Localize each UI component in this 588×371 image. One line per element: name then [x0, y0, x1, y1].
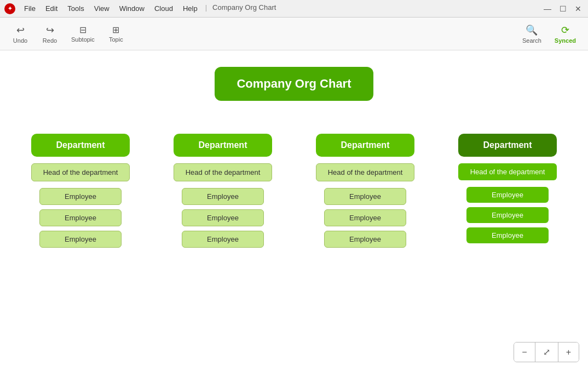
minimize-button[interactable]: — — [542, 3, 553, 14]
menu-tools[interactable]: Tools — [63, 3, 88, 14]
menu-view[interactable]: View — [90, 3, 114, 14]
search-icon: 🔍 — [526, 24, 538, 36]
root-node[interactable]: Company Org Chart — [215, 67, 373, 101]
zoom-controls: − ⤢ + — [514, 342, 579, 362]
topic-button[interactable]: ⊞ Topic — [102, 22, 130, 45]
menu-bar: File Edit Tools View Window Cloud Help |… — [20, 3, 542, 14]
search-button[interactable]: 🔍 Search — [517, 22, 547, 46]
employee-node-1-2[interactable]: Employee — [39, 209, 122, 226]
window-controls: — ☐ ✕ — [542, 3, 584, 14]
department-row: Department Head of the department Employ… — [26, 134, 562, 248]
app-logo: ✦ — [4, 3, 15, 14]
subtopic-icon: ⊟ — [79, 25, 87, 35]
menu-edit[interactable]: Edit — [41, 3, 62, 14]
department-node-2[interactable]: Department — [174, 134, 272, 157]
toolbar-right: 🔍 Search ⟳ Synced — [517, 22, 581, 46]
redo-icon: ↪ — [46, 24, 54, 36]
employee-node-4-1[interactable]: Employee — [466, 187, 549, 203]
topic-label: Topic — [109, 36, 123, 43]
employee-list-3: Employee Employee Employee — [324, 188, 406, 248]
zoom-out-button[interactable]: − — [514, 343, 535, 362]
undo-icon: ↩ — [16, 24, 25, 36]
redo-label: Redo — [43, 37, 57, 44]
subtopic-label: Subtopic — [71, 36, 95, 43]
department-column-4: Department Head of the department Employ… — [453, 134, 562, 248]
department-node-1[interactable]: Department — [31, 134, 130, 157]
department-column-1: Department Head of the department Employ… — [26, 134, 135, 248]
head-node-1[interactable]: Head of the department — [31, 163, 130, 181]
department-node-4[interactable]: Department — [458, 134, 557, 157]
close-button[interactable]: ✕ — [573, 3, 584, 14]
main-canvas: Company Org Chart Department Head of the… — [0, 50, 588, 371]
employee-node-2-2[interactable]: Employee — [182, 209, 264, 226]
employee-list-4: Employee Employee Employee — [466, 187, 549, 243]
head-node-4[interactable]: Head of the department — [458, 163, 557, 180]
employee-list-2: Employee Employee Employee — [182, 188, 264, 248]
undo-button[interactable]: ↩ Undo — [7, 22, 34, 46]
search-label: Search — [522, 37, 541, 44]
employee-node-4-2[interactable]: Employee — [466, 207, 549, 223]
zoom-fit-button[interactable]: ⤢ — [535, 343, 558, 362]
menu-separator: | — [205, 3, 207, 14]
employee-node-2-3[interactable]: Employee — [182, 231, 264, 248]
redo-button[interactable]: ↪ Redo — [36, 22, 64, 46]
menu-file[interactable]: File — [20, 3, 40, 14]
document-title: Company Org Chart — [212, 3, 276, 14]
employee-node-1-3[interactable]: Employee — [39, 231, 122, 248]
zoom-in-button[interactable]: + — [558, 343, 579, 362]
synced-button[interactable]: ⟳ Synced — [549, 22, 581, 46]
toolbar: ↩ Undo ↪ Redo ⊟ Subtopic ⊞ Topic 🔍 Searc… — [0, 18, 588, 50]
topic-icon: ⊞ — [112, 25, 119, 35]
employee-node-3-2[interactable]: Employee — [324, 209, 406, 226]
employee-node-2-1[interactable]: Employee — [182, 188, 264, 205]
synced-icon: ⟳ — [561, 24, 569, 36]
employee-node-3-3[interactable]: Employee — [324, 231, 406, 248]
department-column-2: Department Head of the department Employ… — [168, 134, 278, 248]
synced-label: Synced — [555, 37, 576, 44]
employee-node-3-1[interactable]: Employee — [324, 188, 406, 205]
title-bar: ✦ File Edit Tools View Window Cloud Help… — [0, 0, 588, 18]
menu-help[interactable]: Help — [178, 3, 202, 14]
menu-window[interactable]: Window — [115, 3, 149, 14]
maximize-button[interactable]: ☐ — [557, 3, 568, 14]
employee-node-1-1[interactable]: Employee — [39, 188, 122, 205]
undo-label: Undo — [13, 37, 27, 44]
subtopic-button[interactable]: ⊟ Subtopic — [66, 22, 100, 45]
employee-list-1: Employee Employee Employee — [39, 188, 122, 248]
menu-cloud[interactable]: Cloud — [150, 3, 177, 14]
head-node-2[interactable]: Head of the department — [174, 163, 272, 181]
department-column-3: Department Head of the department Employ… — [310, 134, 420, 248]
department-node-3[interactable]: Department — [316, 134, 414, 157]
employee-node-4-3[interactable]: Employee — [466, 227, 549, 243]
head-node-3[interactable]: Head of the department — [316, 163, 414, 181]
